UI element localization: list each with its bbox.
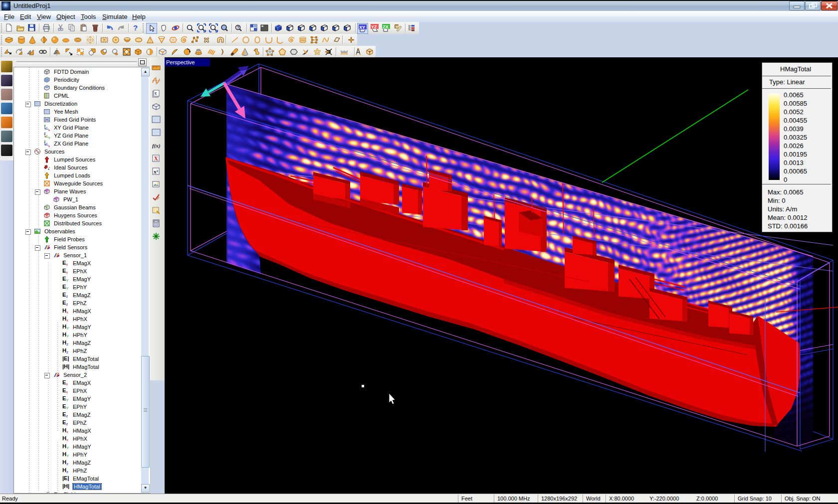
svg-text:f(x): f(x): [152, 143, 161, 149]
svg-text:?: ?: [237, 25, 240, 30]
svg-text:Y: Y: [48, 137, 50, 140]
svg-text:?: ?: [369, 50, 371, 54]
svg-text:Z: Z: [44, 140, 46, 143]
svg-text:Z: Z: [44, 132, 46, 135]
svg-text:YZ: YZ: [371, 24, 377, 29]
svg-text:€: €: [155, 91, 157, 96]
svg-text:ZX: ZX: [383, 24, 389, 29]
svg-text:Y: Y: [44, 124, 46, 127]
svg-text:x: x: [48, 129, 50, 132]
svg-text:XY: XY: [359, 25, 365, 30]
svg-text:x²: x²: [154, 168, 159, 174]
svg-text:x: x: [48, 145, 50, 148]
svg-text:?: ?: [133, 23, 138, 32]
svg-text:X: X: [154, 155, 159, 162]
